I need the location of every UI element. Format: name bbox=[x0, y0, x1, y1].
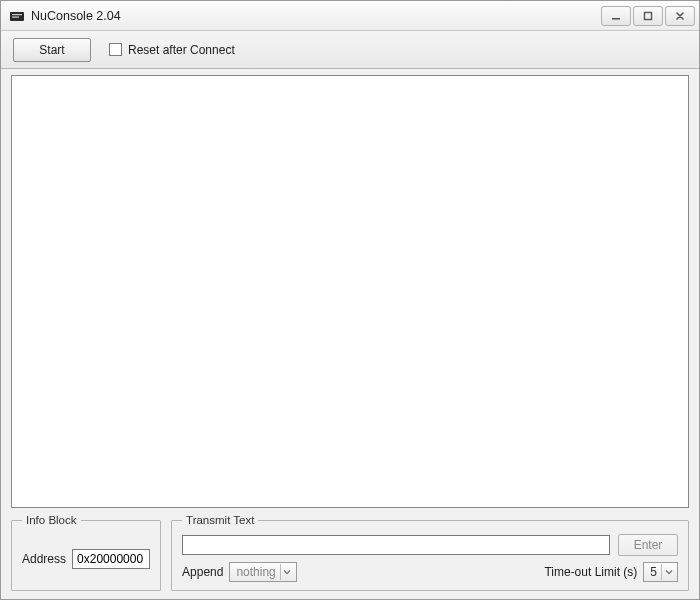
info-block-legend: Info Block bbox=[22, 514, 81, 526]
minimize-button[interactable] bbox=[601, 6, 631, 26]
close-button[interactable] bbox=[665, 6, 695, 26]
transmit-text-group: Transmit Text Enter Append nothing Time-… bbox=[171, 514, 689, 591]
reset-after-connect-checkbox[interactable]: Reset after Connect bbox=[109, 43, 235, 57]
transmit-row-2: Append nothing Time-out Limit (s) 5 bbox=[182, 562, 678, 582]
transmit-row-1: Enter bbox=[182, 534, 678, 556]
chevron-down-icon bbox=[280, 564, 294, 580]
address-row: Address bbox=[22, 549, 150, 569]
append-selected-value: nothing bbox=[236, 565, 275, 579]
toolbar: Start Reset after Connect bbox=[1, 31, 699, 69]
append-select[interactable]: nothing bbox=[229, 562, 296, 582]
transmit-input[interactable] bbox=[182, 535, 610, 555]
svg-rect-1 bbox=[12, 14, 22, 15]
maximize-button[interactable] bbox=[633, 6, 663, 26]
app-window: NuConsole 2.04 Start Reset after Connect bbox=[0, 0, 700, 600]
address-input[interactable] bbox=[72, 549, 150, 569]
timeout-label: Time-out Limit (s) bbox=[544, 565, 637, 579]
info-block-group: Info Block Address bbox=[11, 514, 161, 591]
window-controls bbox=[599, 6, 695, 26]
checkbox-box[interactable] bbox=[109, 43, 122, 56]
enter-button[interactable]: Enter bbox=[618, 534, 678, 556]
window-title: NuConsole 2.04 bbox=[31, 9, 599, 23]
client-area: Info Block Address Transmit Text Enter A… bbox=[1, 69, 699, 599]
bottom-panels: Info Block Address Transmit Text Enter A… bbox=[11, 514, 689, 591]
start-button[interactable]: Start bbox=[13, 38, 91, 62]
svg-rect-4 bbox=[645, 12, 652, 19]
app-icon bbox=[9, 8, 25, 24]
titlebar: NuConsole 2.04 bbox=[1, 1, 699, 31]
timeout-select[interactable]: 5 bbox=[643, 562, 678, 582]
checkbox-label: Reset after Connect bbox=[128, 43, 235, 57]
chevron-down-icon bbox=[661, 564, 675, 580]
timeout-selected-value: 5 bbox=[650, 565, 657, 579]
svg-rect-2 bbox=[12, 16, 19, 17]
address-label: Address bbox=[22, 552, 66, 566]
svg-rect-3 bbox=[612, 18, 620, 20]
console-output[interactable] bbox=[11, 75, 689, 508]
transmit-legend: Transmit Text bbox=[182, 514, 258, 526]
append-label: Append bbox=[182, 565, 223, 579]
